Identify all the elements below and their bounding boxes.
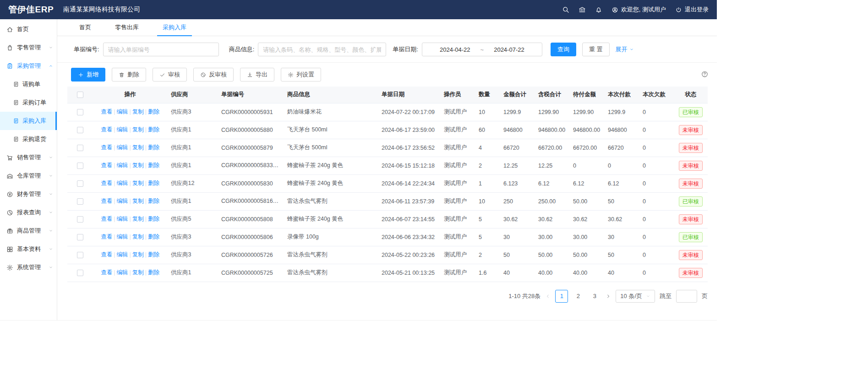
row-checkbox[interactable] <box>77 234 83 240</box>
delete-link[interactable]: 删除 <box>148 144 159 151</box>
bill-no-input[interactable] <box>103 43 219 56</box>
unapprove-button[interactable]: 反审核 <box>193 68 234 82</box>
copy-link[interactable]: 复制 <box>132 180 144 186</box>
approve-button[interactable]: 审核 <box>153 68 187 82</box>
edit-link[interactable]: 编辑 <box>116 144 128 151</box>
delete-link[interactable]: 删除 <box>148 109 159 115</box>
sidebar-item-goods[interactable]: 商品管理 <box>0 222 57 240</box>
delete-link[interactable]: 删除 <box>148 162 159 169</box>
expand-link[interactable]: 展开 <box>616 45 634 54</box>
sidebar-item-base-data[interactable]: 基本资料 <box>0 240 57 258</box>
delete-link[interactable]: 删除 <box>148 216 159 222</box>
row-checkbox[interactable] <box>77 109 83 115</box>
search-button[interactable]: 查询 <box>551 43 576 56</box>
sidebar-item-purchase-return[interactable]: 采购退货 <box>0 130 57 148</box>
edit-link[interactable]: 编辑 <box>116 216 128 222</box>
tab-retail-outbound[interactable]: 零售出库 <box>103 19 151 36</box>
page-button-2[interactable]: 2 <box>572 290 584 303</box>
page-button-3[interactable]: 3 <box>588 290 601 303</box>
copy-link[interactable]: 复制 <box>132 234 144 240</box>
edit-link[interactable]: 编辑 <box>116 198 128 204</box>
tab-purchase-inbound[interactable]: 采购入库 <box>151 19 198 36</box>
sidebar-item-system[interactable]: 系统管理 <box>0 258 57 277</box>
view-link[interactable]: 查看 <box>101 251 112 258</box>
view-link[interactable]: 查看 <box>101 234 112 240</box>
copy-link[interactable]: 复制 <box>132 216 144 222</box>
edit-link[interactable]: 编辑 <box>116 251 128 258</box>
edit-link[interactable]: 编辑 <box>116 269 128 276</box>
view-link[interactable]: 查看 <box>101 180 112 186</box>
date-end-value[interactable]: 2024-07-22 <box>494 46 524 53</box>
date-range-picker[interactable]: 2024-04-22 ~ 2024-07-22 <box>422 43 542 56</box>
sidebar-item-purchase-order[interactable]: 采购订单 <box>0 93 57 112</box>
row-checkbox[interactable] <box>77 252 83 258</box>
date-start-value[interactable]: 2024-04-22 <box>440 46 470 53</box>
edit-link[interactable]: 编辑 <box>116 162 128 169</box>
edit-link[interactable]: 编辑 <box>116 126 128 133</box>
page-size-select[interactable]: 10 条/页 <box>616 290 655 303</box>
bell-icon[interactable] <box>595 6 602 13</box>
export-button[interactable]: 导出 <box>240 68 274 82</box>
delete-link[interactable]: 删除 <box>148 269 159 276</box>
columns-button[interactable]: 列设置 <box>281 68 321 82</box>
search-icon[interactable] <box>562 6 569 13</box>
reset-button[interactable]: 重 置 <box>582 43 610 56</box>
edit-link[interactable]: 编辑 <box>116 109 128 115</box>
welcome-user[interactable]: 欢迎您, 测试用户 <box>611 5 666 14</box>
view-link[interactable]: 查看 <box>101 109 112 115</box>
bank-icon[interactable] <box>579 6 586 13</box>
sidebar-item-retail[interactable]: 零售管理 <box>0 38 57 57</box>
row-checkbox[interactable] <box>77 163 83 169</box>
row-checkbox[interactable] <box>77 127 83 133</box>
tab-home[interactable]: 首页 <box>67 19 103 36</box>
sidebar-item-warehouse[interactable]: 仓库管理 <box>0 167 57 185</box>
row-checkbox[interactable] <box>77 216 83 223</box>
copy-link[interactable]: 复制 <box>132 162 144 169</box>
copy-link[interactable]: 复制 <box>132 251 144 258</box>
add-button[interactable]: 新增 <box>71 68 105 82</box>
copy-link[interactable]: 复制 <box>132 269 144 276</box>
sidebar-item-finance[interactable]: 财务管理 <box>0 185 57 203</box>
sidebar-item-purchase-inbound[interactable]: 采购入库 <box>0 112 57 130</box>
copy-link[interactable]: 复制 <box>132 144 144 151</box>
sidebar-item-report[interactable]: 报表查询 <box>0 203 57 222</box>
delete-link[interactable]: 删除 <box>148 234 159 240</box>
prev-page-button[interactable] <box>545 294 551 299</box>
view-link[interactable]: 查看 <box>101 144 112 151</box>
copy-link[interactable]: 复制 <box>132 126 144 133</box>
sidebar-item-purchase-request[interactable]: 请购单 <box>0 75 57 93</box>
row-checkbox[interactable] <box>77 145 83 151</box>
sidebar-item-sales[interactable]: 销售管理 <box>0 148 57 167</box>
cell-payable: 50.00 <box>569 192 604 210</box>
delete-button[interactable]: 删除 <box>112 68 146 82</box>
delete-link[interactable]: 删除 <box>148 251 159 258</box>
next-page-button[interactable] <box>606 294 611 299</box>
edit-link[interactable]: 编辑 <box>116 180 128 186</box>
view-link[interactable]: 查看 <box>101 216 112 222</box>
view-link[interactable]: 查看 <box>101 198 112 204</box>
page-button-1[interactable]: 1 <box>555 290 568 303</box>
copy-link[interactable]: 复制 <box>132 198 144 204</box>
jump-page-input[interactable] <box>676 290 697 303</box>
row-checkbox[interactable] <box>77 180 83 187</box>
sidebar-item-home[interactable]: 首页 <box>0 20 57 38</box>
help-icon[interactable] <box>701 71 709 78</box>
company-name: 南通某某网络科技有限公司 <box>63 5 140 14</box>
logout-button[interactable]: 退出登录 <box>675 5 709 14</box>
copy-link[interactable]: 复制 <box>132 109 144 115</box>
cell-date: 2024-06-07 23:14:55 <box>378 210 440 228</box>
view-link[interactable]: 查看 <box>101 162 112 169</box>
view-link[interactable]: 查看 <box>101 126 112 133</box>
delete-link[interactable]: 删除 <box>148 180 159 186</box>
cell-status: 未审核 <box>674 121 708 139</box>
delete-link[interactable]: 删除 <box>148 198 159 204</box>
product-info-input[interactable] <box>258 43 386 56</box>
sidebar-item-purchase[interactable]: 采购管理 <box>0 57 57 75</box>
column-header: 供应商 <box>167 87 218 103</box>
edit-link[interactable]: 编辑 <box>116 234 128 240</box>
delete-link[interactable]: 删除 <box>148 126 159 133</box>
row-checkbox[interactable] <box>77 198 83 205</box>
select-all-checkbox[interactable] <box>77 92 83 98</box>
view-link[interactable]: 查看 <box>101 269 112 276</box>
row-checkbox[interactable] <box>77 270 83 276</box>
